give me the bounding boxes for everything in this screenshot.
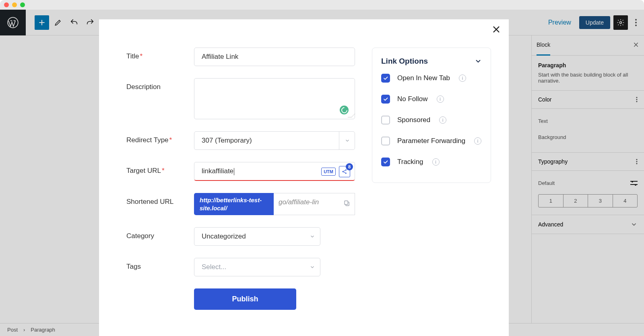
option-checkbox[interactable] <box>381 158 390 166</box>
svg-point-11 <box>343 171 344 172</box>
option-label: Open In New Tab <box>397 74 450 82</box>
mac-max-dot[interactable] <box>20 2 25 7</box>
option-label: Parameter Forwarding <box>397 137 465 145</box>
option-row-0[interactable]: Open In New Tabi <box>381 74 482 83</box>
svg-rect-15 <box>345 201 348 204</box>
info-icon[interactable]: i <box>437 95 444 103</box>
info-icon[interactable]: i <box>432 158 440 166</box>
short-url-slug-input[interactable]: go/affiliate-lin <box>274 193 355 215</box>
option-label: Tracking <box>397 158 423 166</box>
grammarly-icon[interactable] <box>340 106 349 114</box>
option-row-2[interactable]: Sponsoredi <box>381 116 482 124</box>
chevron-down-icon[interactable] <box>339 131 355 150</box>
option-row-4[interactable]: Trackingi <box>381 158 482 166</box>
share-button[interactable]: 8 <box>339 166 350 177</box>
utm-button[interactable]: UTM <box>321 168 336 176</box>
redirect-label: Redirect Type* <box>126 131 194 144</box>
copy-icon[interactable] <box>343 199 351 209</box>
svg-point-12 <box>345 169 347 170</box>
link-options-panel: Link Options Open In New TabiNo FollowiS… <box>372 48 491 183</box>
target-url-label: Target URL* <box>126 162 194 175</box>
option-label: No Follow <box>397 95 428 103</box>
description-textarea[interactable] <box>194 78 355 119</box>
title-input[interactable]: Affiliate Link <box>194 48 355 66</box>
redirect-type-select[interactable]: 307 (Temporary) <box>194 131 355 150</box>
mac-min-dot[interactable] <box>12 2 17 7</box>
chevron-down-icon[interactable] <box>304 227 320 246</box>
option-row-1[interactable]: No Followi <box>381 95 482 104</box>
chevron-down-icon[interactable] <box>304 258 320 276</box>
info-icon[interactable]: i <box>474 137 481 145</box>
close-icon[interactable] <box>492 25 501 36</box>
chevron-down-icon[interactable] <box>475 58 482 65</box>
category-select[interactable]: Uncategorized <box>194 227 320 246</box>
shortened-url-label: Shortened URL <box>126 193 194 206</box>
mac-window-chrome <box>0 0 644 10</box>
info-icon[interactable]: i <box>439 116 446 124</box>
tags-label: Tags <box>126 258 194 271</box>
link-options-heading: Link Options <box>381 57 428 66</box>
share-badge: 8 <box>346 163 353 170</box>
category-label: Category <box>126 227 194 240</box>
mac-close-dot[interactable] <box>4 2 9 7</box>
link-modal: Title* Affiliate Link Description Redire… <box>99 19 509 336</box>
option-label: Sponsored <box>397 116 430 124</box>
svg-point-13 <box>345 172 347 174</box>
info-icon[interactable]: i <box>459 75 466 82</box>
option-row-3[interactable]: Parameter Forwardingi <box>381 137 482 145</box>
option-checkbox[interactable] <box>381 95 390 104</box>
publish-button[interactable]: Publish <box>194 288 296 310</box>
title-label: Title* <box>126 48 194 60</box>
description-label: Description <box>126 78 194 91</box>
short-url-base: http://betterlinks-test-site.local/ <box>194 193 274 215</box>
option-checkbox[interactable] <box>381 74 390 83</box>
tags-select[interactable]: Select... <box>194 258 320 276</box>
option-checkbox[interactable] <box>381 137 390 145</box>
option-checkbox[interactable] <box>381 116 390 124</box>
